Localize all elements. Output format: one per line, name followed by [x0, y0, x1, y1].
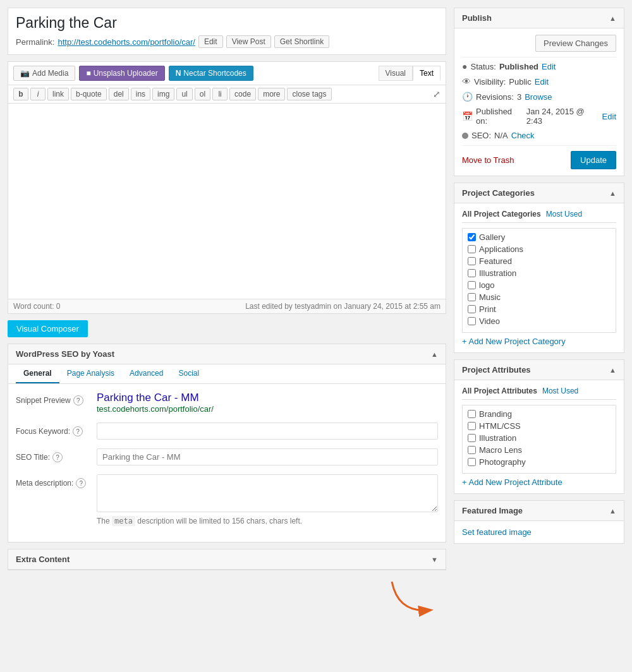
nectar-shortcodes-button[interactable]: N Nectar Shortcodes: [169, 66, 253, 81]
attr-checkbox-branding[interactable]: [468, 410, 476, 418]
extra-content-collapse[interactable]: [431, 556, 438, 563]
permalink-suffix: /: [193, 37, 195, 47]
revisions-browse-link[interactable]: Browse: [525, 92, 552, 102]
revisions-icon: 🕐: [462, 92, 473, 102]
text-tab[interactable]: Text: [413, 66, 441, 81]
meta-description-help-icon[interactable]: ?: [76, 478, 86, 488]
format-link[interactable]: link: [47, 88, 69, 100]
status-row: ● Status: Published Edit: [462, 61, 616, 71]
publish-collapse[interactable]: [609, 15, 616, 22]
category-checkbox-music[interactable]: [468, 293, 476, 301]
seo-tab-advanced[interactable]: Advanced: [122, 364, 171, 383]
expand-editor-button[interactable]: ⤢: [433, 89, 441, 99]
seo-tabs: General Page Analysis Advanced Social: [8, 364, 446, 384]
attributes-tab-most-used[interactable]: Most Used: [542, 387, 578, 395]
format-li[interactable]: li: [212, 88, 228, 100]
add-media-button[interactable]: 📷 Add Media: [13, 66, 75, 81]
visibility-label: Visibility:: [474, 77, 506, 87]
meta-description-field: The meta description will be limited to …: [97, 474, 438, 525]
visibility-edit-link[interactable]: Edit: [535, 77, 549, 87]
attr-checkbox-photography[interactable]: [468, 458, 476, 466]
post-title-input[interactable]: [16, 15, 438, 32]
permalink-edit-button[interactable]: Edit: [198, 35, 223, 48]
format-bold[interactable]: b: [13, 88, 28, 100]
list-item: HTML/CSS: [468, 421, 611, 431]
project-attributes-collapse[interactable]: [609, 366, 616, 374]
seo-check-link[interactable]: Check: [511, 131, 535, 140]
category-label-gallery: Gallery: [479, 232, 505, 242]
get-shortlink-button[interactable]: Get Shortlink: [274, 35, 329, 48]
category-checkbox-logo[interactable]: [468, 281, 476, 289]
seo-title-help-icon[interactable]: ?: [52, 452, 63, 462]
publish-footer: Move to Trash Update: [462, 151, 616, 169]
set-featured-image-link[interactable]: Set featured image: [462, 527, 532, 537]
add-new-attribute-link[interactable]: + Add New Project Attribute: [462, 477, 562, 487]
attr-checkbox-macrolens[interactable]: [468, 446, 476, 454]
seo-tab-page-analysis[interactable]: Page Analysis: [59, 364, 122, 383]
format-del[interactable]: del: [109, 88, 129, 100]
permalink-prefix: http://test.codehorts.com/portfolio/: [58, 37, 181, 47]
category-label-illustration: Illustration: [479, 268, 516, 278]
category-checkbox-gallery[interactable]: [468, 233, 476, 241]
revisions-value: 3: [517, 92, 521, 102]
attributes-tab-links: All Project Attributes Most Used: [462, 387, 616, 400]
category-checkbox-illustration[interactable]: [468, 269, 476, 277]
format-more[interactable]: more: [258, 88, 285, 100]
category-checkbox-applications[interactable]: [468, 245, 476, 253]
format-ol[interactable]: ol: [195, 88, 210, 100]
attr-label-htmlcss: HTML/CSS: [479, 421, 521, 431]
format-bquote[interactable]: b-quote: [71, 88, 107, 100]
categories-tab-most-used[interactable]: Most Used: [546, 210, 582, 219]
attr-checkbox-htmlcss[interactable]: [468, 422, 476, 430]
meta-code-label: meta: [112, 516, 135, 526]
visual-composer-button[interactable]: Visual Composer: [8, 320, 88, 337]
editor-content[interactable]: [8, 104, 446, 299]
format-ul[interactable]: ul: [176, 88, 192, 100]
seo-title-input[interactable]: [97, 448, 438, 465]
attr-checkbox-illustration[interactable]: [468, 434, 476, 442]
snippet-help-icon[interactable]: ?: [73, 395, 83, 405]
snippet-preview-row: Snippet Preview ? Parking the Car - MM t…: [16, 392, 438, 414]
list-item: Print: [468, 304, 611, 314]
category-checkbox-featured[interactable]: [468, 257, 476, 265]
status-edit-link[interactable]: Edit: [542, 62, 556, 71]
meta-description-textarea[interactable]: [97, 474, 438, 512]
content-textarea[interactable]: [13, 109, 441, 292]
view-post-button[interactable]: View Post: [226, 35, 271, 48]
featured-image-collapse[interactable]: [609, 507, 616, 515]
category-label-logo: logo: [479, 280, 495, 290]
seo-title-field: [97, 448, 438, 465]
permalink-link[interactable]: http://test.codehorts.com/portfolio/car/: [58, 37, 195, 47]
seo-content: Snippet Preview ? Parking the Car - MM t…: [8, 384, 446, 542]
add-new-category-link[interactable]: + Add New Project Category: [462, 337, 566, 346]
published-edit-link[interactable]: Edit: [602, 112, 616, 121]
attributes-tab-all[interactable]: All Project Attributes: [462, 387, 537, 395]
seo-meta-row: SEO: N/A Check: [462, 131, 616, 140]
format-ins[interactable]: ins: [131, 88, 150, 100]
format-italic[interactable]: i: [30, 88, 46, 100]
publish-box: Publish Preview Changes ● Status: Publis…: [454, 8, 624, 176]
project-categories-collapse[interactable]: [609, 189, 616, 197]
format-code[interactable]: code: [229, 88, 256, 100]
format-img[interactable]: img: [152, 88, 174, 100]
focus-keyword-input[interactable]: [97, 423, 438, 440]
move-to-trash-button[interactable]: Move to Trash: [462, 155, 514, 165]
category-checkbox-video[interactable]: [468, 317, 476, 325]
status-icon: ●: [462, 61, 467, 71]
featured-image-header: Featured Image: [454, 501, 624, 521]
focus-keyword-label: Focus Keyword: ?: [16, 423, 92, 436]
seo-collapse-button[interactable]: [431, 351, 438, 358]
categories-tab-all[interactable]: All Project Categories: [462, 210, 541, 219]
focus-keyword-help-icon[interactable]: ?: [73, 426, 83, 436]
seo-box: WordPress SEO by Yoast General Page Anal…: [8, 344, 446, 543]
unsplash-uploader-button[interactable]: ■ Unsplash Uploader: [79, 66, 164, 81]
revisions-label: Revisions:: [476, 92, 514, 102]
format-close-tags[interactable]: close tags: [287, 88, 331, 100]
seo-tab-social[interactable]: Social: [171, 364, 207, 383]
list-item: Photography: [468, 457, 611, 467]
preview-changes-button[interactable]: Preview Changes: [535, 35, 616, 52]
visual-tab[interactable]: Visual: [379, 66, 413, 81]
seo-tab-general[interactable]: General: [16, 364, 59, 383]
update-button[interactable]: Update: [571, 151, 616, 169]
category-checkbox-print[interactable]: [468, 305, 476, 313]
